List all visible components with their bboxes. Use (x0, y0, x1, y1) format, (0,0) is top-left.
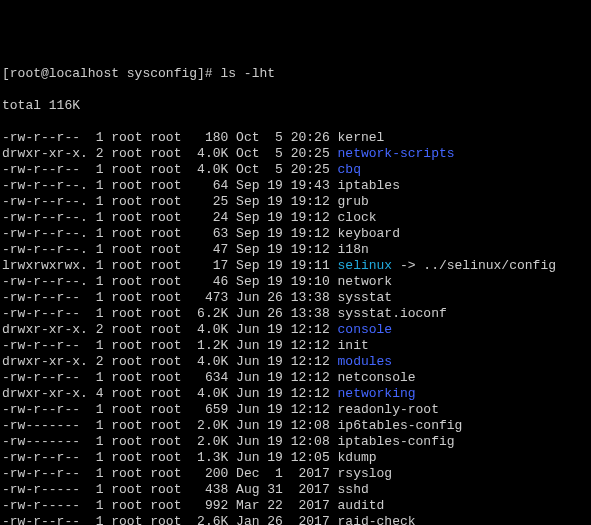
permissions: -rw-r----- (2, 498, 96, 513)
file-name: cbq (338, 162, 361, 177)
link-count: 1 (96, 274, 104, 289)
file-row: drwxr-xr-x. 2 root root 4.0K Jun 19 12:1… (2, 322, 591, 338)
file-row: -rw-r--r--. 1 root root 24 Sep 19 19:12 … (2, 210, 591, 226)
file-row: drwxr-xr-x. 2 root root 4.0K Oct 5 20:25… (2, 146, 591, 162)
file-row: -rw-r--r-- 1 root root 200 Dec 1 2017 rs… (2, 466, 591, 482)
file-date: Jun 19 12:12 (236, 402, 330, 417)
file-name: i18n (338, 242, 369, 257)
file-row: -rw-r--r--. 1 root root 25 Sep 19 19:12 … (2, 194, 591, 210)
file-row: -rw-r--r-- 1 root root 659 Jun 19 12:12 … (2, 402, 591, 418)
file-row: -rw-r--r-- 1 root root 1.2K Jun 19 12:12… (2, 338, 591, 354)
owner-group: root root (111, 162, 181, 177)
command-text: ls -lht (220, 66, 275, 81)
file-date: Jun 26 13:38 (236, 306, 330, 321)
link-count: 1 (96, 130, 104, 145)
file-date: Mar 22 2017 (236, 498, 330, 513)
file-row: -rw-r----- 1 root root 992 Mar 22 2017 a… (2, 498, 591, 514)
file-date: Sep 19 19:12 (236, 210, 330, 225)
owner-group: root root (111, 194, 181, 209)
terminal-line: [root@localhost sysconfig]# ls -lht (2, 66, 591, 82)
file-date: Sep 19 19:12 (236, 226, 330, 241)
file-date: Jun 19 12:12 (236, 338, 330, 353)
owner-group: root root (111, 130, 181, 145)
owner-group: root root (111, 386, 181, 401)
owner-group: root root (111, 418, 181, 433)
file-name: ip6tables-config (338, 418, 463, 433)
file-name: netconsole (338, 370, 416, 385)
permissions: -rw-r--r--. (2, 178, 96, 193)
link-count: 1 (96, 450, 104, 465)
owner-group: root root (111, 210, 181, 225)
file-date: Sep 19 19:11 (236, 258, 330, 273)
file-size: 47 (189, 242, 228, 257)
owner-group: root root (111, 514, 181, 525)
permissions: drwxr-xr-x. (2, 146, 96, 161)
file-size: 2.6K (189, 514, 228, 525)
permissions: -rw-r--r-- (2, 130, 96, 145)
file-name: sysstat (338, 290, 393, 305)
file-name: readonly-root (338, 402, 439, 417)
permissions: -rw-r--r-- (2, 338, 96, 353)
file-size: 1.2K (189, 338, 228, 353)
file-name: grub (338, 194, 369, 209)
permissions: -rw-r--r-- (2, 306, 96, 321)
file-date: Jun 19 12:08 (236, 418, 330, 433)
file-size: 659 (189, 402, 228, 417)
file-name: modules (338, 354, 393, 369)
file-row: -rw------- 1 root root 2.0K Jun 19 12:08… (2, 418, 591, 434)
permissions: -rw-r--r-- (2, 162, 96, 177)
file-name: network-scripts (338, 146, 455, 161)
file-row: -rw-r--r-- 1 root root 180 Oct 5 20:26 k… (2, 130, 591, 146)
file-date: Oct 5 20:25 (236, 162, 330, 177)
permissions: lrwxrwxrwx. (2, 258, 96, 273)
file-date: Jun 26 13:38 (236, 290, 330, 305)
file-size: 438 (189, 482, 228, 497)
file-name: kdump (338, 450, 377, 465)
owner-group: root root (111, 274, 181, 289)
file-name: networking (338, 386, 416, 401)
link-count: 1 (96, 402, 104, 417)
permissions: drwxr-xr-x. (2, 322, 96, 337)
file-date: Jun 19 12:12 (236, 322, 330, 337)
link-count: 1 (96, 210, 104, 225)
permissions: -rw-r--r-- (2, 466, 96, 481)
file-date: Aug 31 2017 (236, 482, 330, 497)
link-count: 1 (96, 498, 104, 513)
file-size: 180 (189, 130, 228, 145)
owner-group: root root (111, 338, 181, 353)
link-count: 1 (96, 466, 104, 481)
file-name: clock (338, 210, 377, 225)
owner-group: root root (111, 370, 181, 385)
owner-group: root root (111, 226, 181, 241)
permissions: -rw-r--r--. (2, 242, 96, 257)
permissions: -rw------- (2, 434, 96, 449)
file-row: drwxr-xr-x. 4 root root 4.0K Jun 19 12:1… (2, 386, 591, 402)
file-size: 634 (189, 370, 228, 385)
file-row: -rw-r--r--. 1 root root 47 Sep 19 19:12 … (2, 242, 591, 258)
permissions: -rw-r--r-- (2, 402, 96, 417)
permissions: -rw-r--r--. (2, 274, 96, 289)
link-count: 4 (96, 386, 104, 401)
owner-group: root root (111, 306, 181, 321)
link-count: 1 (96, 482, 104, 497)
permissions: -rw-r--r--. (2, 226, 96, 241)
permissions: -rw-r--r-- (2, 290, 96, 305)
link-count: 2 (96, 146, 104, 161)
file-date: Sep 19 19:12 (236, 194, 330, 209)
file-size: 992 (189, 498, 228, 513)
file-row: -rw------- 1 root root 2.0K Jun 19 12:08… (2, 434, 591, 450)
file-name: sysstat.ioconf (338, 306, 447, 321)
file-size: 4.0K (189, 146, 228, 161)
file-row: -rw-r--r-- 1 root root 4.0K Oct 5 20:25 … (2, 162, 591, 178)
file-name: selinux (338, 258, 393, 273)
owner-group: root root (111, 482, 181, 497)
file-row: -rw-r--r--. 1 root root 63 Sep 19 19:12 … (2, 226, 591, 242)
file-row: -rw-r--r-- 1 root root 1.3K Jun 19 12:05… (2, 450, 591, 466)
permissions: -rw-r----- (2, 482, 96, 497)
file-name: raid-check (338, 514, 416, 525)
owner-group: root root (111, 450, 181, 465)
file-size: 1.3K (189, 450, 228, 465)
file-date: Dec 1 2017 (236, 466, 330, 481)
file-size: 25 (189, 194, 228, 209)
file-date: Jun 19 12:08 (236, 434, 330, 449)
